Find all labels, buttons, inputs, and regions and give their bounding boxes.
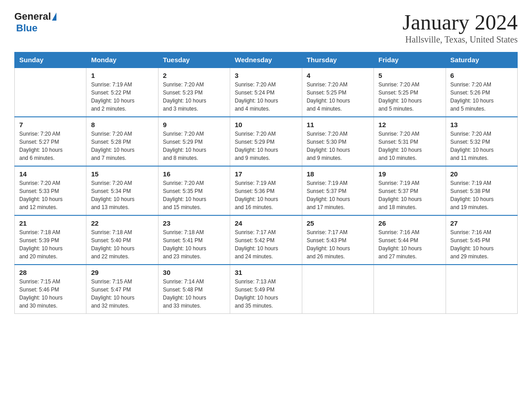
day-of-week-friday: Friday bbox=[374, 52, 446, 68]
logo: General Blue bbox=[14, 11, 56, 34]
calendar-cell: 6Sunrise: 7:20 AM Sunset: 5:26 PM Daylig… bbox=[446, 68, 517, 117]
day-info: Sunrise: 7:20 AM Sunset: 5:30 PM Dayligh… bbox=[307, 130, 369, 162]
day-info: Sunrise: 7:18 AM Sunset: 5:41 PM Dayligh… bbox=[163, 228, 225, 261]
days-of-week-row: SundayMondayTuesdayWednesdayThursdayFrid… bbox=[15, 52, 518, 68]
calendar-cell: 22Sunrise: 7:18 AM Sunset: 5:40 PM Dayli… bbox=[86, 215, 158, 265]
logo-blue-text: Blue bbox=[16, 22, 38, 34]
day-of-week-tuesday: Tuesday bbox=[158, 52, 230, 68]
logo-triangle-icon bbox=[52, 13, 56, 21]
day-number: 8 bbox=[91, 121, 153, 128]
day-number: 6 bbox=[450, 72, 513, 79]
calendar-cell: 21Sunrise: 7:18 AM Sunset: 5:39 PM Dayli… bbox=[15, 215, 86, 265]
day-of-week-monday: Monday bbox=[86, 52, 158, 68]
day-number: 13 bbox=[450, 121, 513, 128]
day-info: Sunrise: 7:19 AM Sunset: 5:36 PM Dayligh… bbox=[235, 179, 297, 211]
day-number: 3 bbox=[235, 72, 297, 79]
day-number: 31 bbox=[235, 269, 297, 276]
day-of-week-wednesday: Wednesday bbox=[230, 52, 302, 68]
calendar-cell: 24Sunrise: 7:17 AM Sunset: 5:42 PM Dayli… bbox=[230, 215, 302, 265]
calendar-cell: 20Sunrise: 7:19 AM Sunset: 5:38 PM Dayli… bbox=[446, 166, 517, 215]
day-info: Sunrise: 7:20 AM Sunset: 5:23 PM Dayligh… bbox=[163, 81, 225, 113]
calendar-cell: 30Sunrise: 7:14 AM Sunset: 5:48 PM Dayli… bbox=[158, 265, 230, 314]
calendar-cell: 17Sunrise: 7:19 AM Sunset: 5:36 PM Dayli… bbox=[230, 166, 302, 215]
calendar-cell: 1Sunrise: 7:19 AM Sunset: 5:22 PM Daylig… bbox=[86, 68, 158, 117]
calendar-header: SundayMondayTuesdayWednesdayThursdayFrid… bbox=[15, 52, 518, 68]
day-info: Sunrise: 7:19 AM Sunset: 5:22 PM Dayligh… bbox=[91, 81, 153, 113]
day-number: 18 bbox=[307, 170, 369, 178]
day-info: Sunrise: 7:20 AM Sunset: 5:33 PM Dayligh… bbox=[19, 179, 82, 211]
day-number: 16 bbox=[163, 170, 225, 178]
day-number: 1 bbox=[91, 72, 153, 79]
week-row-4: 21Sunrise: 7:18 AM Sunset: 5:39 PM Dayli… bbox=[15, 215, 518, 265]
calendar-cell bbox=[374, 265, 446, 314]
calendar-cell: 10Sunrise: 7:20 AM Sunset: 5:29 PM Dayli… bbox=[230, 117, 302, 166]
week-row-2: 7Sunrise: 7:20 AM Sunset: 5:27 PM Daylig… bbox=[15, 117, 518, 166]
day-number: 29 bbox=[91, 269, 153, 276]
calendar-cell: 16Sunrise: 7:20 AM Sunset: 5:35 PM Dayli… bbox=[158, 166, 230, 215]
day-number: 5 bbox=[378, 72, 441, 79]
day-number: 17 bbox=[235, 170, 297, 178]
day-info: Sunrise: 7:17 AM Sunset: 5:43 PM Dayligh… bbox=[307, 228, 369, 261]
day-info: Sunrise: 7:20 AM Sunset: 5:25 PM Dayligh… bbox=[307, 81, 369, 113]
day-info: Sunrise: 7:20 AM Sunset: 5:31 PM Dayligh… bbox=[378, 130, 441, 162]
calendar-cell bbox=[302, 265, 373, 314]
day-number: 24 bbox=[235, 219, 297, 227]
calendar-cell: 27Sunrise: 7:16 AM Sunset: 5:45 PM Dayli… bbox=[446, 215, 517, 265]
calendar-cell: 4Sunrise: 7:20 AM Sunset: 5:25 PM Daylig… bbox=[302, 68, 373, 117]
page-header: General Blue January 2024 Hallsville, Te… bbox=[14, 11, 518, 45]
week-row-3: 14Sunrise: 7:20 AM Sunset: 5:33 PM Dayli… bbox=[15, 166, 518, 215]
day-number: 12 bbox=[378, 121, 441, 128]
calendar-cell: 26Sunrise: 7:16 AM Sunset: 5:44 PM Dayli… bbox=[374, 215, 446, 265]
calendar-cell: 25Sunrise: 7:17 AM Sunset: 5:43 PM Dayli… bbox=[302, 215, 373, 265]
day-number: 22 bbox=[91, 219, 153, 227]
week-row-1: 1Sunrise: 7:19 AM Sunset: 5:22 PM Daylig… bbox=[15, 68, 518, 117]
calendar-cell: 12Sunrise: 7:20 AM Sunset: 5:31 PM Dayli… bbox=[374, 117, 446, 166]
day-info: Sunrise: 7:20 AM Sunset: 5:32 PM Dayligh… bbox=[450, 130, 513, 162]
calendar-cell: 2Sunrise: 7:20 AM Sunset: 5:23 PM Daylig… bbox=[158, 68, 230, 117]
day-number: 23 bbox=[163, 219, 225, 227]
day-number: 14 bbox=[19, 170, 82, 178]
day-number: 30 bbox=[163, 269, 225, 276]
day-number: 10 bbox=[235, 121, 297, 128]
calendar-cell bbox=[15, 68, 86, 117]
day-number: 25 bbox=[307, 219, 369, 227]
calendar-cell: 3Sunrise: 7:20 AM Sunset: 5:24 PM Daylig… bbox=[230, 68, 302, 117]
day-info: Sunrise: 7:20 AM Sunset: 5:29 PM Dayligh… bbox=[163, 130, 225, 162]
day-number: 21 bbox=[19, 219, 82, 227]
page-subtitle: Hallsville, Texas, United States bbox=[403, 34, 518, 45]
day-number: 9 bbox=[163, 121, 225, 128]
day-number: 19 bbox=[378, 170, 441, 178]
day-info: Sunrise: 7:20 AM Sunset: 5:28 PM Dayligh… bbox=[91, 130, 153, 162]
day-number: 4 bbox=[307, 72, 369, 79]
calendar-cell: 5Sunrise: 7:20 AM Sunset: 5:25 PM Daylig… bbox=[374, 68, 446, 117]
calendar-cell: 14Sunrise: 7:20 AM Sunset: 5:33 PM Dayli… bbox=[15, 166, 86, 215]
calendar-cell: 19Sunrise: 7:19 AM Sunset: 5:37 PM Dayli… bbox=[374, 166, 446, 215]
day-of-week-saturday: Saturday bbox=[446, 52, 517, 68]
day-number: 28 bbox=[19, 269, 82, 276]
day-number: 26 bbox=[378, 219, 441, 227]
day-number: 7 bbox=[19, 121, 82, 128]
day-info: Sunrise: 7:20 AM Sunset: 5:34 PM Dayligh… bbox=[91, 179, 153, 211]
day-of-week-sunday: Sunday bbox=[15, 52, 86, 68]
calendar-cell: 8Sunrise: 7:20 AM Sunset: 5:28 PM Daylig… bbox=[86, 117, 158, 166]
day-info: Sunrise: 7:18 AM Sunset: 5:40 PM Dayligh… bbox=[91, 228, 153, 261]
logo-general-text: General bbox=[14, 11, 51, 22]
calendar-cell: 11Sunrise: 7:20 AM Sunset: 5:30 PM Dayli… bbox=[302, 117, 373, 166]
title-block: January 2024 Hallsville, Texas, United S… bbox=[403, 11, 518, 45]
day-info: Sunrise: 7:14 AM Sunset: 5:48 PM Dayligh… bbox=[163, 278, 225, 310]
day-info: Sunrise: 7:20 AM Sunset: 5:24 PM Dayligh… bbox=[235, 81, 297, 113]
day-number: 15 bbox=[91, 170, 153, 178]
day-info: Sunrise: 7:15 AM Sunset: 5:46 PM Dayligh… bbox=[19, 278, 82, 310]
page-title: January 2024 bbox=[403, 11, 518, 34]
calendar-table: SundayMondayTuesdayWednesdayThursdayFrid… bbox=[14, 52, 518, 314]
day-info: Sunrise: 7:16 AM Sunset: 5:45 PM Dayligh… bbox=[450, 228, 513, 261]
calendar-cell: 23Sunrise: 7:18 AM Sunset: 5:41 PM Dayli… bbox=[158, 215, 230, 265]
day-number: 2 bbox=[163, 72, 225, 79]
day-info: Sunrise: 7:13 AM Sunset: 5:49 PM Dayligh… bbox=[235, 278, 297, 310]
day-info: Sunrise: 7:19 AM Sunset: 5:37 PM Dayligh… bbox=[378, 179, 441, 211]
calendar-cell: 15Sunrise: 7:20 AM Sunset: 5:34 PM Dayli… bbox=[86, 166, 158, 215]
calendar-cell: 31Sunrise: 7:13 AM Sunset: 5:49 PM Dayli… bbox=[230, 265, 302, 314]
day-info: Sunrise: 7:16 AM Sunset: 5:44 PM Dayligh… bbox=[378, 228, 441, 261]
day-number: 20 bbox=[450, 170, 513, 178]
calendar-cell: 9Sunrise: 7:20 AM Sunset: 5:29 PM Daylig… bbox=[158, 117, 230, 166]
